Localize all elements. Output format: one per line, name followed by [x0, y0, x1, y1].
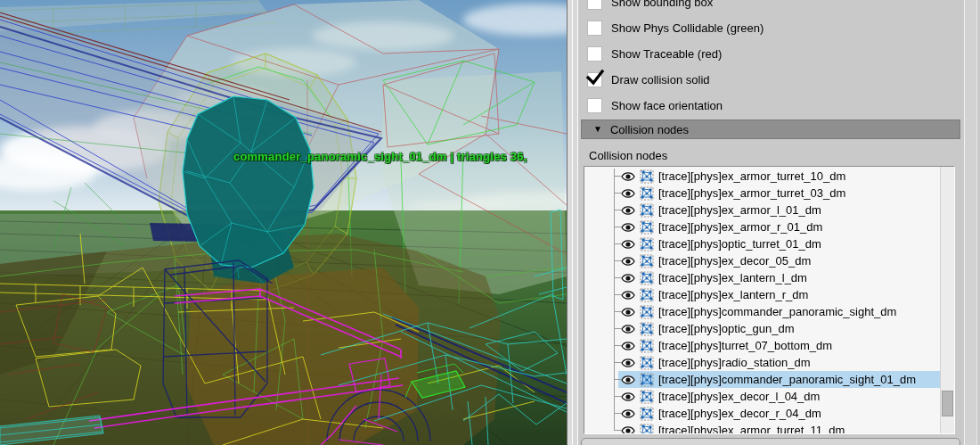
collision-mesh-icon — [640, 220, 654, 235]
collision-node-row[interactable]: [trace][phys]ex_lantern_l_dm — [584, 269, 940, 286]
collision-node-row[interactable]: [trace][phys]ex_armor_turret_10_dm — [584, 168, 940, 185]
collision-node-row[interactable]: [trace][phys]radio_station_dm — [584, 354, 940, 371]
collision-mesh-icon — [640, 169, 654, 184]
checkbox[interactable] — [587, 21, 602, 36]
collision-node-label: [trace][phys]ex_decor_05_dm — [658, 254, 811, 268]
checkbox[interactable] — [587, 46, 602, 62]
collision-mesh-icon — [640, 305, 654, 319]
collision-mesh-icon — [640, 322, 654, 336]
collision-node-row[interactable]: [trace][phys]ex_armor_turret_11_dm — [584, 422, 940, 434]
collision-node-label: [trace][phys]ex_decor_r_04_dm — [658, 407, 821, 420]
collision-node-label: [trace][phys]turret_07_bottom_dm — [658, 339, 832, 352]
checkbox-row[interactable]: Draw collision solid — [567, 67, 959, 93]
collision-mesh-icon — [640, 373, 654, 387]
checkbox[interactable] — [587, 98, 602, 113]
collision-node-label: [trace][phys]ex_armor_turret_10_dm — [658, 169, 845, 183]
collision-node-label: [trace][phys]commander_panoramic_sight_0… — [658, 373, 916, 386]
collision-node-label: [trace][phys]ex_armor_r_01_dm — [658, 220, 822, 234]
collision-mesh-icon — [640, 339, 654, 353]
collision-mesh-icon — [640, 390, 654, 404]
display-options: Show bounding box Show Phys Collidable (… — [567, 0, 959, 119]
collision-node-row[interactable]: [trace][phys]ex_decor_r_04_dm — [584, 405, 940, 422]
next-section-partial — [581, 438, 960, 445]
collision-node-label: [trace][phys]ex_decor_l_04_dm — [658, 390, 820, 403]
collision-node-row[interactable]: [trace][phys]ex_armor_l_01_dm — [584, 202, 940, 218]
visibility-eye-icon[interactable] — [621, 222, 635, 233]
list-scrollbar-thumb[interactable] — [942, 391, 953, 416]
visibility-eye-icon[interactable] — [621, 425, 635, 435]
checkbox-row[interactable]: Show face orientation — [567, 93, 959, 119]
collision-node-label: [trace][phys]ex_lantern_r_dm — [658, 288, 808, 301]
collision-node-label: [trace][phys]ex_armor_l_01_dm — [658, 203, 821, 217]
collision-node-row[interactable]: [trace][phys]ex_lantern_r_dm — [584, 286, 940, 303]
collision-properties-panel: Show bounding box Show Phys Collidable (… — [567, 0, 980, 445]
visibility-eye-icon[interactable] — [621, 256, 635, 267]
collision-mesh-icon — [640, 288, 654, 302]
visibility-eye-icon[interactable] — [621, 307, 635, 317]
collision-node-row[interactable]: [trace][phys]ex_armor_turret_03_dm — [584, 185, 940, 202]
collision-nodes-list-label: Collision nodes — [589, 149, 667, 162]
collision-mesh-icon — [640, 424, 654, 435]
visibility-eye-icon[interactable] — [621, 273, 635, 284]
checkbox-label: Draw collision solid — [611, 73, 710, 87]
collision-nodes-list: [trace][phys]ex_armor_turret_10_dm — [584, 166, 955, 434]
collision-node-row[interactable]: [trace][phys]ex_armor_r_01_dm — [584, 218, 940, 235]
checkbox-label: Show face orientation — [611, 99, 723, 112]
visibility-eye-icon[interactable] — [621, 205, 635, 216]
checkbox-label: Show Traceable (red) — [611, 47, 722, 61]
viewport-scene — [0, 0, 567, 445]
collision-mesh-icon — [640, 356, 654, 370]
collision-mesh-icon — [640, 237, 654, 251]
visibility-eye-icon[interactable] — [621, 290, 635, 301]
collision-nodes-section-header[interactable]: ▼ Collision nodes — [581, 119, 960, 139]
collision-node-row[interactable]: [trace][phys]optic_turret_01_dm — [584, 235, 940, 252]
collision-node-label: [trace][phys]commander_panoramic_sight_d… — [658, 305, 896, 318]
collapse-triangle-icon: ▼ — [593, 125, 602, 134]
checkbox-row[interactable]: Show Phys Collidable (green) — [567, 15, 959, 41]
checkbox-label: Show bounding box — [611, 0, 713, 9]
collision-node-row[interactable]: [trace][phys]commander_panoramic_sight_d… — [584, 303, 940, 320]
visibility-eye-icon[interactable] — [621, 358, 635, 368]
collision-node-label: [trace][phys]optic_gun_dm — [658, 322, 794, 335]
visibility-eye-icon[interactable] — [621, 408, 635, 419]
collision-node-label: [trace][phys]radio_station_dm — [658, 356, 811, 369]
selected-node-label: commander_panoramic_sight_01_dm | triang… — [233, 150, 527, 163]
panel-scrollbar[interactable] — [964, 0, 977, 445]
section-header-label: Collision nodes — [610, 123, 689, 136]
visibility-eye-icon[interactable] — [621, 375, 635, 385]
collision-node-label: [trace][phys]ex_armor_turret_11_dm — [658, 424, 845, 434]
collision-node-row[interactable]: [trace][phys]turret_07_bottom_dm — [584, 337, 940, 354]
visibility-eye-icon[interactable] — [621, 239, 635, 250]
collision-node-row[interactable]: [trace][phys]ex_decor_l_04_dm — [584, 388, 940, 405]
visibility-eye-icon[interactable] — [621, 341, 635, 351]
3d-viewport[interactable]: commander_panoramic_sight_01_dm | triang… — [0, 0, 567, 445]
checkbox[interactable] — [587, 0, 602, 10]
collision-mesh-icon — [640, 407, 654, 421]
checkbox[interactable] — [587, 72, 602, 87]
collision-node-row[interactable]: [trace][phys]ex_decor_05_dm — [584, 252, 940, 269]
list-scrollbar[interactable] — [940, 167, 954, 433]
collision-node-label: [trace][phys]optic_turret_01_dm — [658, 237, 821, 251]
collision-mesh-icon — [640, 254, 654, 268]
checkbox-label: Show Phys Collidable (green) — [611, 21, 764, 35]
collision-node-row[interactable]: [trace][phys]commander_panoramic_sight_0… — [584, 371, 940, 388]
visibility-eye-icon[interactable] — [621, 188, 635, 199]
collision-node-row[interactable]: [trace][phys]optic_gun_dm — [584, 320, 940, 337]
collision-node-label: [trace][phys]ex_lantern_l_dm — [658, 271, 807, 284]
visibility-eye-icon[interactable] — [621, 171, 635, 182]
collision-mesh-icon — [640, 271, 654, 285]
visibility-eye-icon[interactable] — [621, 391, 635, 402]
visibility-eye-icon[interactable] — [621, 324, 635, 334]
collision-node-label: [trace][phys]ex_armor_turret_03_dm — [658, 186, 845, 200]
checkbox-row[interactable]: Show bounding box — [567, 0, 959, 15]
checkmark-icon — [585, 69, 605, 87]
collision-mesh-icon — [640, 186, 654, 201]
checkbox-row[interactable]: Show Traceable (red) — [567, 41, 959, 67]
collision-mesh-icon — [640, 203, 654, 218]
